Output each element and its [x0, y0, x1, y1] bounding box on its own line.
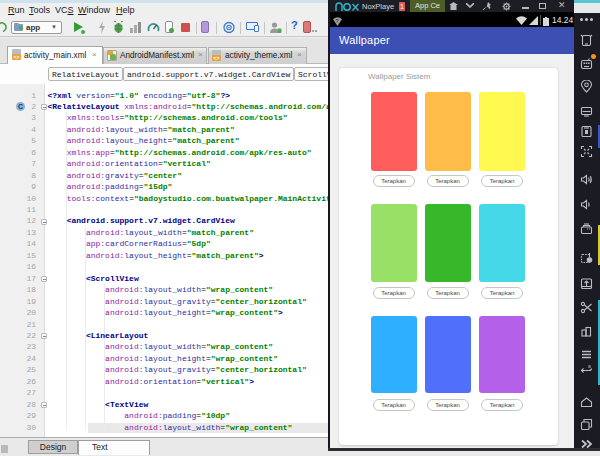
- svg-text:?: ?: [336, 17, 339, 23]
- svg-text:a: a: [588, 363, 591, 369]
